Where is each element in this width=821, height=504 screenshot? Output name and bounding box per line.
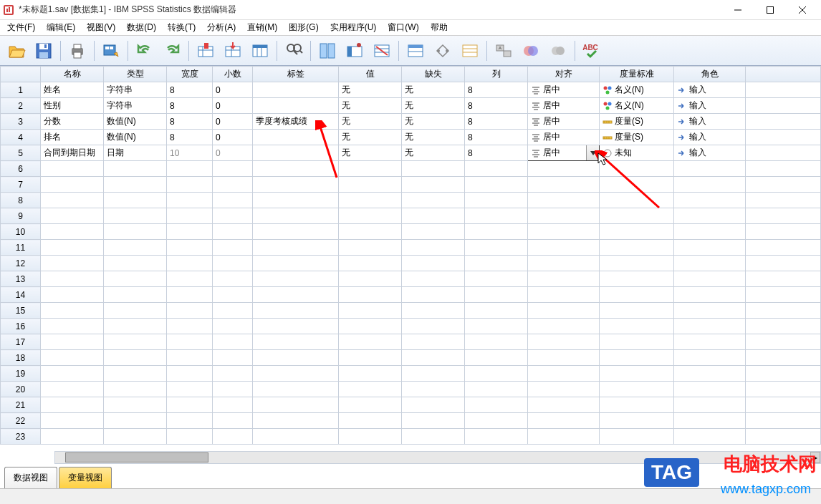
col-col[interactable]: 列 (465, 67, 528, 82)
row-number[interactable]: 11 (1, 240, 41, 256)
col-type[interactable]: 类型 (104, 67, 167, 82)
name-cell[interactable]: 分数 (41, 114, 104, 130)
dec-cell[interactable]: 0 (213, 114, 253, 130)
dec-cell[interactable]: 0 (213, 130, 253, 145)
redo-button[interactable] (160, 39, 184, 63)
col-measure[interactable]: 度量标准 (600, 67, 674, 82)
missing-cell[interactable]: 无 (402, 130, 465, 145)
value-cell[interactable]: 无 (339, 82, 402, 98)
role-cell[interactable]: 输入 (674, 130, 746, 145)
extra-button[interactable] (546, 39, 570, 63)
row-number[interactable]: 8 (1, 193, 41, 208)
dec-cell[interactable]: 0 (213, 145, 253, 161)
horizontal-scrollbar[interactable]: ◂ ▸ (54, 451, 821, 464)
row-number[interactable]: 12 (1, 256, 41, 271)
width-cell[interactable]: 8 (167, 130, 213, 145)
label-cell[interactable] (253, 98, 339, 114)
menu-utilities[interactable]: 实用程序(U) (325, 20, 383, 35)
variable-grid[interactable]: 名称 类型 宽度 小数 标签 值 缺失 列 对齐 度量标准 角色 1 姓名 字符… (0, 66, 821, 451)
menu-view[interactable]: 视图(V) (81, 20, 121, 35)
value-cell[interactable]: 无 (339, 130, 402, 145)
missing-cell[interactable]: 无 (402, 82, 465, 98)
menu-file[interactable]: 文件(F) (1, 20, 41, 35)
col-width[interactable]: 宽度 (167, 67, 213, 82)
table-row[interactable]: 5 合同到期日期 日期 10 0 无 无 8 居中左右居中 未知 输入 (1, 145, 821, 161)
table-row-empty[interactable]: 6 (1, 161, 821, 177)
menu-data[interactable]: 数据(D) (121, 20, 162, 35)
align-cell-active[interactable]: 居中左右居中 (528, 145, 600, 161)
align-cell[interactable]: 居中 (528, 130, 600, 145)
undo-button[interactable] (133, 39, 157, 63)
table-row-empty[interactable]: 15 (1, 303, 821, 319)
align-cell[interactable]: 居中 (528, 98, 600, 114)
open-button[interactable] (4, 39, 29, 63)
col-dec[interactable]: 小数 (213, 67, 253, 82)
col-cell[interactable]: 8 (465, 114, 528, 130)
row-number[interactable]: 3 (1, 114, 41, 130)
menu-window[interactable]: 窗口(W) (382, 20, 424, 35)
measure-cell[interactable]: 名义(N) (600, 98, 674, 114)
value-cell[interactable]: 无 (339, 98, 402, 114)
value-labels-button[interactable] (403, 39, 428, 63)
missing-cell[interactable]: 无 (402, 145, 465, 161)
col-cell[interactable]: 8 (465, 130, 528, 145)
scroll-thumb[interactable] (65, 452, 208, 462)
table-row-empty[interactable]: 17 (1, 334, 821, 350)
role-cell[interactable]: 输入 (674, 145, 746, 161)
row-number[interactable]: 17 (1, 334, 41, 350)
use-sets-button[interactable] (431, 39, 455, 63)
label-cell[interactable] (253, 82, 339, 98)
table-row-empty[interactable]: 9 (1, 208, 821, 224)
type-cell[interactable]: 日期 (104, 145, 167, 161)
split-button[interactable] (315, 39, 340, 63)
row-number[interactable]: 10 (1, 224, 41, 240)
table-row-empty[interactable]: 19 (1, 366, 821, 382)
table-row[interactable]: 2 性别 字符串 8 0 无 无 8 居中 名义(N) 输入 (1, 98, 821, 114)
variables-button[interactable] (248, 39, 272, 63)
missing-cell[interactable]: 无 (402, 114, 465, 130)
table-row-empty[interactable]: 21 (1, 397, 821, 413)
row-number[interactable]: 16 (1, 319, 41, 334)
select-cases-button[interactable] (370, 39, 394, 63)
table-row-empty[interactable]: 23 (1, 429, 821, 445)
row-number[interactable]: 22 (1, 413, 41, 429)
spellcheck-button[interactable]: ABC (580, 39, 604, 63)
row-number[interactable]: 5 (1, 145, 41, 161)
role-cell[interactable]: 输入 (674, 82, 746, 98)
name-cell[interactable]: 姓名 (41, 82, 104, 98)
row-number[interactable]: 2 (1, 98, 41, 114)
table-row-empty[interactable]: 22 (1, 413, 821, 429)
row-number[interactable]: 6 (1, 161, 41, 177)
table-row-empty[interactable]: 12 (1, 256, 821, 271)
align-cell[interactable]: 居中 (528, 114, 600, 130)
dec-cell[interactable]: 0 (213, 82, 253, 98)
role-cell[interactable]: 输入 (674, 98, 746, 114)
weight-button[interactable] (342, 39, 367, 63)
name-cell[interactable]: 合同到期日期 (41, 145, 104, 161)
table-row-empty[interactable]: 16 (1, 319, 821, 334)
value-cell[interactable]: 无 (339, 145, 402, 161)
type-cell[interactable]: 字符串 (104, 82, 167, 98)
row-number[interactable]: 20 (1, 382, 41, 397)
value-cell[interactable]: 无 (339, 114, 402, 130)
type-cell[interactable]: 数值(N) (104, 130, 167, 145)
table-row-empty[interactable]: 10 (1, 224, 821, 240)
align-cell[interactable]: 居中 (528, 82, 600, 98)
col-label[interactable]: 标签 (253, 67, 339, 82)
width-cell[interactable]: 10 (167, 145, 213, 161)
menu-transform[interactable]: 转换(T) (162, 20, 201, 35)
measure-cell[interactable]: 名义(N) (600, 82, 674, 98)
name-cell[interactable]: 排名 (41, 130, 104, 145)
goto-case-button[interactable] (193, 39, 218, 63)
col-cell[interactable]: 8 (465, 82, 528, 98)
name-cell[interactable]: 性别 (41, 98, 104, 114)
tab-data-view[interactable]: 数据视图 (4, 467, 57, 488)
table-row-empty[interactable]: 8 (1, 193, 821, 208)
dec-cell[interactable]: 0 (213, 98, 253, 114)
row-number[interactable]: 14 (1, 287, 41, 303)
table-row-empty[interactable]: 13 (1, 271, 821, 287)
row-number[interactable]: 21 (1, 397, 41, 413)
table-row[interactable]: 1 姓名 字符串 8 0 无 无 8 居中 名义(N) 输入 (1, 82, 821, 98)
customize-button[interactable]: A (491, 39, 516, 63)
menu-edit[interactable]: 编辑(E) (41, 20, 81, 35)
